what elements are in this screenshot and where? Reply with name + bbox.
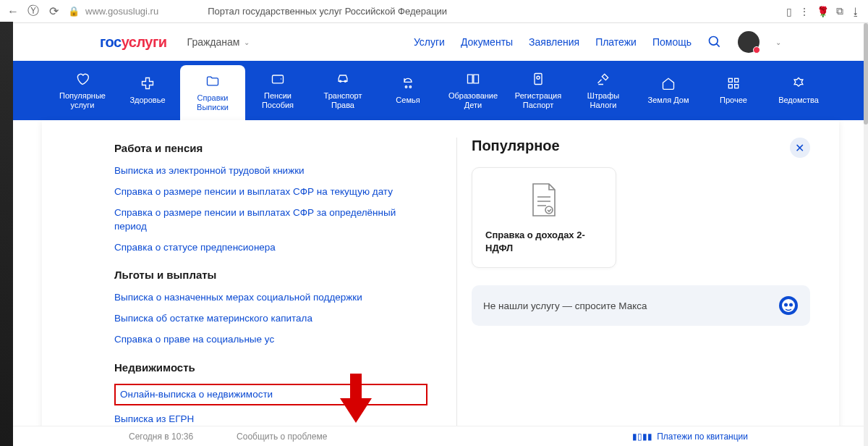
ask-max-bar[interactable]: Не нашли услугу — спросите Макса	[472, 285, 810, 326]
nav-documents[interactable]: Документы	[461, 36, 513, 48]
svg-point-5	[405, 86, 407, 88]
gavel-icon	[595, 71, 611, 87]
wallet-icon	[270, 71, 286, 87]
os-taskbar	[0, 22, 13, 446]
url-text: www.gosuslugi.ru	[85, 6, 158, 17]
back-icon[interactable]: ←	[7, 6, 19, 17]
svg-rect-2	[273, 75, 284, 83]
svg-line-1	[717, 44, 720, 47]
chevron-down-icon: ⌄	[244, 38, 250, 46]
plus-icon	[140, 75, 156, 91]
cat-pensions[interactable]: Пенсии Пособия	[245, 61, 310, 120]
top-nav: госуслуги Гражданам ⌄ Услуги Документы З…	[13, 23, 868, 61]
cat-education[interactable]: Образование Дети	[441, 61, 506, 120]
link-item[interactable]: Выписка о назначенных мерах социальной п…	[114, 291, 427, 305]
heart-icon	[75, 71, 90, 87]
cat-certificates[interactable]: Справки Выписки	[180, 65, 245, 120]
nav-help[interactable]: Помощь	[652, 36, 692, 48]
lock-icon: 🔒	[68, 6, 80, 17]
svg-point-16	[784, 303, 788, 307]
left-column: Работа и пенсия Выписка из электронной т…	[42, 138, 456, 446]
download-icon[interactable]: ⭳	[851, 6, 861, 17]
link-item[interactable]: Справка о размере пенсии и выплатах СФР …	[114, 185, 427, 199]
nav-applications[interactable]: Заявления	[529, 36, 579, 48]
robot-icon	[778, 295, 799, 316]
nav-payments[interactable]: Платежи	[595, 36, 637, 48]
chevron-down-icon[interactable]: ⌄	[775, 38, 781, 46]
svg-rect-12	[735, 85, 739, 88]
cat-transport[interactable]: Транспорт Права	[310, 61, 375, 120]
yandex-icon[interactable]: Ⓨ	[27, 6, 39, 17]
link-item[interactable]: Выписка об остатке материнского капитала	[114, 312, 427, 326]
svg-point-13	[545, 206, 553, 214]
section-title-realestate: Недвижимость	[114, 361, 427, 374]
cat-land[interactable]: Земля Дом	[636, 61, 701, 120]
section-title-benefits: Льготы и выплаты	[114, 269, 427, 281]
search-icon[interactable]	[707, 35, 722, 49]
audience-selector[interactable]: Гражданам ⌄	[187, 36, 250, 48]
barcode-icon: ▮▯▮▮	[632, 432, 652, 442]
popular-title: Популярное	[472, 138, 810, 154]
highlighted-link: Онлайн-выписка о недвижимости	[114, 384, 427, 405]
browser-right-icons: ▯ ⋮ 🌹 ⧉ ⭳	[786, 5, 861, 17]
address-bar[interactable]: 🔒 www.gosuslugi.ru Портал государственны…	[68, 6, 778, 17]
popular-card[interactable]: Справка о доходах 2-НДФЛ	[472, 167, 616, 268]
reload-icon[interactable]: ⟳	[48, 6, 59, 17]
emblem-icon	[791, 75, 807, 91]
svg-point-8	[537, 76, 540, 79]
folder-icon	[205, 73, 221, 89]
extension-icon[interactable]: 🌹	[817, 6, 829, 17]
link-item[interactable]: Справка о праве на социальные ус	[114, 333, 427, 347]
svg-point-17	[789, 303, 793, 307]
cat-fines[interactable]: Штрафы Налоги	[571, 61, 636, 120]
cat-agencies[interactable]: Ведомства	[766, 61, 831, 120]
link-item[interactable]: Выписка из электронной трудовой книжки	[114, 164, 427, 178]
stroller-icon	[400, 75, 416, 91]
link-item[interactable]: Справка о статусе предпенсионера	[114, 241, 427, 255]
cat-popular[interactable]: Популярные услуги	[50, 61, 115, 120]
cat-other[interactable]: Прочее	[701, 61, 766, 120]
copy-icon[interactable]: ⧉	[836, 5, 843, 17]
browser-toolbar: ← Ⓨ ⟳ 🔒 www.gosuslugi.ru Портал государс…	[0, 0, 868, 23]
svg-rect-10	[735, 79, 739, 83]
svg-point-0	[710, 37, 718, 46]
home-icon	[660, 75, 676, 91]
logo[interactable]: госуслуги	[100, 34, 167, 51]
svg-point-6	[409, 86, 412, 88]
link-item[interactable]: Выписка из ЕГРН	[114, 413, 427, 426]
passport-icon	[530, 71, 546, 87]
footer-report[interactable]: Сообщить о проблеме	[237, 432, 327, 442]
footer-today: Сегодня в 10:36	[129, 432, 193, 442]
link-item[interactable]: Справка о размере пенсии и выплатах СФР …	[114, 206, 427, 234]
avatar[interactable]	[738, 31, 760, 53]
page-title: Портал государственных услуг Российской …	[208, 6, 447, 17]
scrollbar-thumb[interactable]	[864, 23, 868, 125]
category-nav: Популярные услуги Здоровье Справки Выпис…	[13, 61, 868, 120]
book-icon	[465, 71, 481, 87]
footer-strip: Сегодня в 10:36 Сообщить о проблеме ▮▯▮▮…	[13, 426, 864, 446]
ask-max-text: Не нашли услугу — спросите Макса	[483, 300, 647, 311]
nav-services[interactable]: Услуги	[414, 36, 445, 48]
document-icon	[527, 181, 561, 219]
car-icon	[335, 71, 351, 87]
cat-family[interactable]: Семья	[375, 61, 441, 120]
svg-rect-9	[728, 79, 732, 83]
content-card: Работа и пенсия Выписка из электронной т…	[42, 120, 839, 446]
right-column: ✕ Популярное Справка о доходах 2-НДФЛ Не…	[456, 138, 839, 446]
cat-health[interactable]: Здоровье	[115, 61, 180, 120]
link-online-extract[interactable]: Онлайн-выписка о недвижимости	[120, 389, 273, 400]
bookmark-icon[interactable]: ▯	[786, 6, 792, 17]
popular-card-label: Справка о доходах 2-НДФЛ	[485, 229, 603, 254]
close-icon[interactable]: ✕	[790, 138, 810, 158]
section-title-work: Работа и пенсия	[114, 142, 427, 154]
cat-registration[interactable]: Регистрация Паспорт	[506, 61, 571, 120]
menu-icon[interactable]: ⋮	[799, 6, 809, 17]
svg-rect-11	[728, 85, 732, 88]
grid-icon	[726, 75, 741, 91]
footer-pay[interactable]: ▮▯▮▮ Платежи по квитанции	[632, 432, 748, 442]
